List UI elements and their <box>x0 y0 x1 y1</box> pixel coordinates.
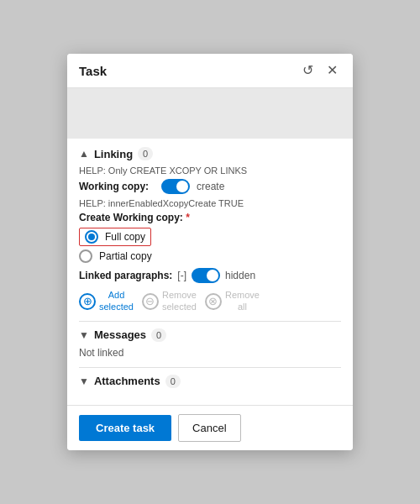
attachments-chevron-icon: ▼ <box>79 375 89 387</box>
linked-paragraphs-toggle-label: hidden <box>225 270 255 281</box>
linked-paragraphs-row: Linked paragraphs: [-] hidden <box>79 268 341 283</box>
full-copy-row[interactable]: Full copy <box>79 228 341 246</box>
messages-not-linked: Not linked <box>79 347 341 359</box>
dialog-title: Task <box>79 64 107 78</box>
messages-title: Messages <box>94 328 146 341</box>
divider-2 <box>79 367 341 368</box>
messages-badge: 0 <box>151 328 166 342</box>
history-button[interactable]: ↺ <box>299 62 317 79</box>
linked-paragraphs-toggle-slider <box>192 268 220 283</box>
linking-chevron-icon: ▲ <box>79 148 89 160</box>
create-working-copy-label: Create Working copy: <box>79 212 190 223</box>
working-copy-toggle-slider <box>161 179 190 194</box>
add-selected-label: Addselected <box>99 290 134 312</box>
dialog-footer: Create task Cancel <box>67 405 353 450</box>
close-button[interactable]: ✕ <box>323 62 341 79</box>
create-task-button[interactable]: Create task <box>79 415 171 441</box>
linking-header: ▲ Linking 0 <box>79 147 341 160</box>
linked-paragraphs-label: Linked paragraphs: <box>79 270 172 281</box>
dialog-body: ▲ Linking 0 HELP: Only CREATE XCOPY OR L… <box>67 139 353 404</box>
partial-copy-radio[interactable] <box>79 249 92 263</box>
history-icon: ↺ <box>302 63 313 77</box>
full-copy-label: Full copy <box>105 231 145 243</box>
messages-chevron-icon: ▼ <box>79 329 89 341</box>
linking-badge: 0 <box>138 147 153 160</box>
header-icons: ↺ ✕ <box>299 62 341 79</box>
remove-selected-label: Removeselected <box>162 290 197 312</box>
action-buttons-row: ⊕ Addselected ⊖ Removeselected ⊗ Removea… <box>79 290 341 312</box>
dialog-header: Task ↺ ✕ <box>67 54 353 88</box>
working-copy-label: Working copy: <box>79 181 155 192</box>
partial-copy-row[interactable]: Partial copy <box>79 249 341 263</box>
linking-title: Linking <box>94 148 133 160</box>
linking-help-text-2: HELP: innerEnabledXcopyCreate TRUE <box>79 198 341 208</box>
full-copy-radio[interactable] <box>85 230 98 244</box>
radio-group: Full copy Partial copy <box>79 228 341 263</box>
attachments-section: ▼ Attachments 0 <box>79 375 341 388</box>
partial-copy-label: Partial copy <box>99 250 152 262</box>
divider-1 <box>79 321 341 322</box>
messages-header: ▼ Messages 0 <box>79 328 341 342</box>
attachments-badge: 0 <box>165 375 181 388</box>
add-selected-icon: ⊕ <box>79 293 96 310</box>
create-working-copy-label-row: Create Working copy: <box>79 212 341 223</box>
linking-section: ▲ Linking 0 HELP: Only CREATE XCOPY OR L… <box>79 147 341 312</box>
working-copy-toggle[interactable] <box>161 179 190 194</box>
remove-selected-button[interactable]: ⊖ Removeselected <box>142 290 197 312</box>
remove-all-label: Removeall <box>225 290 260 312</box>
linking-help-text-1: HELP: Only CREATE XCOPY OR LINKS <box>79 165 341 176</box>
image-placeholder <box>67 88 353 139</box>
remove-selected-icon: ⊖ <box>142 293 159 310</box>
task-dialog: Task ↺ ✕ ▲ Linking 0 HELP: Only CREATE X… <box>67 54 353 449</box>
add-selected-button[interactable]: ⊕ Addselected <box>79 290 134 312</box>
cancel-button[interactable]: Cancel <box>178 414 240 442</box>
close-icon: ✕ <box>327 63 338 77</box>
attachments-header: ▼ Attachments 0 <box>79 375 341 388</box>
remove-all-button[interactable]: ⊗ Removeall <box>205 290 260 312</box>
linked-paragraphs-bracket: [-] <box>177 270 186 281</box>
attachments-title: Attachments <box>94 375 160 387</box>
remove-all-icon: ⊗ <box>205 293 222 310</box>
linked-paragraphs-toggle[interactable] <box>192 268 220 283</box>
working-copy-row: Working copy: create <box>79 179 341 194</box>
messages-section: ▼ Messages 0 Not linked <box>79 328 341 359</box>
working-copy-toggle-label: create <box>197 181 224 192</box>
